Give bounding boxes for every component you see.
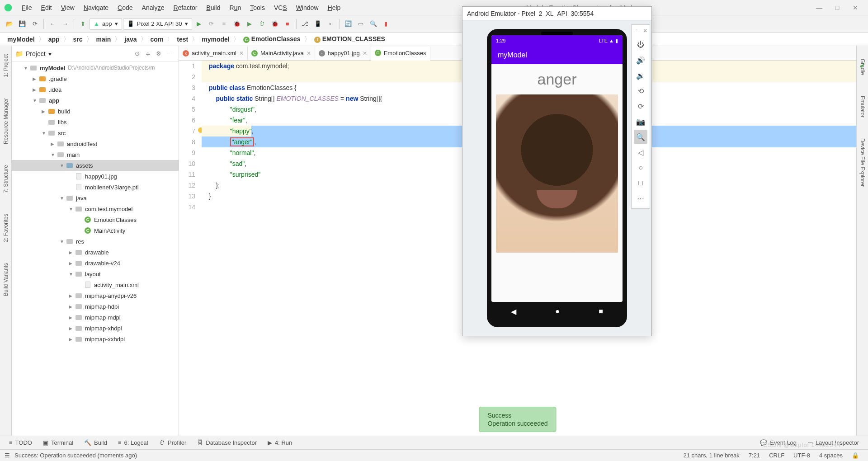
- tree-row[interactable]: ▼main: [12, 149, 179, 160]
- tree-row[interactable]: ▶androidTest: [12, 138, 179, 149]
- menu-edit[interactable]: Edit: [37, 2, 57, 13]
- status-indent[interactable]: 4 spaces: [815, 452, 847, 459]
- close-button[interactable]: ✕: [846, 4, 864, 11]
- menu-tools[interactable]: Tools: [245, 2, 269, 13]
- status-pos[interactable]: 7:21: [744, 452, 764, 459]
- tree-row[interactable]: ▶mipmap-anydpi-v26: [12, 290, 179, 301]
- crumb-0[interactable]: myModel: [5, 36, 38, 43]
- build-icon[interactable]: ⬆: [77, 18, 89, 30]
- run-config-selector[interactable]: ▲app▾: [90, 18, 122, 30]
- back-icon[interactable]: ←: [47, 18, 58, 30]
- crumb-6[interactable]: test: [174, 36, 191, 43]
- open-icon[interactable]: 📂: [4, 18, 15, 30]
- crumb-8[interactable]: CEmotionClasses: [241, 35, 303, 43]
- maximize-button[interactable]: □: [828, 4, 846, 11]
- tree-row[interactable]: ▶mipmap-mdpi: [12, 312, 179, 323]
- nav-back-icon[interactable]: ◀: [511, 307, 516, 316]
- stripe-favorites[interactable]: 2: Favorites: [2, 210, 10, 246]
- expand-icon[interactable]: ≑: [142, 50, 153, 57]
- bottom-todo[interactable]: ≡ TODO: [4, 439, 38, 446]
- emu-more-icon[interactable]: ⋯: [634, 191, 647, 206]
- emu-overview-icon[interactable]: □: [634, 176, 647, 190]
- emu-vol-down-icon[interactable]: 🔉: [634, 68, 647, 83]
- menu-refactor[interactable]: Refactor: [169, 2, 202, 13]
- phone-screen[interactable]: 1:29 LTE ▲ ▮ myModel anger: [491, 35, 623, 302]
- tree-row[interactable]: ▶drawable: [12, 247, 179, 258]
- apply-code-icon[interactable]: ≡: [218, 18, 230, 30]
- git-icon[interactable]: ⎇: [299, 18, 311, 30]
- emu-back-icon[interactable]: ◁: [634, 145, 647, 160]
- tree-row[interactable]: ▶mipmap-hdpi: [12, 301, 179, 312]
- tree-row[interactable]: ▶mipmap-xxhdpi: [12, 334, 179, 344]
- crumb-9[interactable]: fEMOTION_CLASSES: [311, 35, 388, 43]
- emu-rotate-left-icon[interactable]: ⟲: [634, 84, 647, 98]
- tree-row[interactable]: ▼java: [12, 193, 179, 203]
- menu-vcs[interactable]: VCS: [269, 2, 292, 13]
- nav-home-icon[interactable]: ●: [555, 307, 560, 315]
- menu-analyze[interactable]: Analyze: [137, 2, 169, 13]
- tree-row[interactable]: happy01.jpg: [12, 171, 179, 182]
- debug-icon[interactable]: 🐞: [231, 18, 243, 30]
- project-tree[interactable]: ▼myModelD:\Android\AndroidStudioProjects…: [12, 61, 179, 436]
- status-lock-icon[interactable]: 🔒: [847, 452, 863, 459]
- editor-tab[interactable]: CMainActivity.java✕: [248, 46, 315, 60]
- stripe-resource-manager[interactable]: Resource Manager: [2, 94, 10, 148]
- stripe-structure[interactable]: 7: Structure: [2, 161, 10, 197]
- forward-icon[interactable]: →: [59, 18, 71, 30]
- tree-row[interactable]: ▶build: [12, 106, 179, 117]
- battery-icon[interactable]: ▮: [380, 18, 392, 30]
- editor-tab[interactable]: ▫happy01.jpg✕: [315, 46, 371, 60]
- close-tab-icon[interactable]: ✕: [363, 50, 367, 56]
- tree-row[interactable]: ▼assets: [12, 160, 179, 171]
- status-line-sep[interactable]: CRLF: [764, 452, 789, 459]
- tree-row[interactable]: ▶.idea: [12, 84, 179, 95]
- tree-row[interactable]: CMainActivity: [12, 225, 179, 236]
- menu-build[interactable]: Build: [202, 2, 225, 13]
- bottom-terminal[interactable]: ▣ Terminal: [38, 439, 79, 446]
- menu-window[interactable]: Window: [292, 2, 323, 13]
- tree-row[interactable]: ▼app: [12, 95, 179, 106]
- editor-tab[interactable]: CEmotionClasses: [371, 47, 430, 61]
- apply-changes-icon[interactable]: ⟳: [206, 18, 217, 30]
- crumb-3[interactable]: main: [94, 36, 114, 43]
- bottom-run[interactable]: ▶ 4: Run: [262, 439, 297, 446]
- tree-row[interactable]: ▼myModelD:\Android\AndroidStudioProjects…: [12, 62, 179, 73]
- gear-icon[interactable]: ⚙: [153, 50, 164, 57]
- emu-home-icon[interactable]: ○: [634, 160, 647, 175]
- tree-row[interactable]: activity_main.xml: [12, 279, 179, 290]
- menu-view[interactable]: View: [57, 2, 79, 13]
- coverage-icon[interactable]: ▶: [244, 18, 255, 30]
- locate-icon[interactable]: ⊙: [132, 50, 142, 57]
- tree-row[interactable]: ▼src: [12, 127, 179, 138]
- crumb-7[interactable]: mymodel: [199, 36, 232, 43]
- emu-power-icon[interactable]: ⏻: [634, 38, 647, 52]
- bottom-profiler[interactable]: ⏱ Profiler: [154, 439, 192, 446]
- emu-icon[interactable]: ▭: [355, 18, 367, 30]
- stripe-emulator[interactable]: Emulator: [859, 92, 867, 121]
- search-icon[interactable]: 🔍: [368, 18, 379, 30]
- menu-code[interactable]: Code: [113, 2, 137, 13]
- stripe-project[interactable]: 1: Project: [2, 51, 10, 81]
- crumb-5[interactable]: com: [148, 36, 166, 43]
- emu-vol-up-icon[interactable]: 🔊: [634, 53, 647, 67]
- crumb-4[interactable]: java: [122, 36, 139, 43]
- bottom-logcat[interactable]: ≡ 6: Logcat: [113, 439, 154, 446]
- run-icon[interactable]: ▶: [193, 18, 205, 30]
- device-selector[interactable]: 📱 Pixel 2 XL API 30 ▾: [123, 18, 192, 30]
- bottom-db-inspector[interactable]: 🗄 Database Inspector: [192, 439, 262, 446]
- avd-icon[interactable]: 📱: [312, 18, 324, 30]
- editor-tab[interactable]: xactivity_main.xml✕: [179, 46, 248, 60]
- tree-row[interactable]: ▼layout: [12, 268, 179, 279]
- emu-min-icon[interactable]: —: [634, 28, 639, 34]
- crumb-1[interactable]: app: [46, 36, 62, 43]
- sync-icon[interactable]: ⟳: [29, 18, 41, 30]
- emu-camera-icon[interactable]: 📷: [634, 114, 647, 129]
- bottom-build[interactable]: 🔨 Build: [79, 439, 113, 446]
- close-tab-icon[interactable]: ✕: [307, 50, 311, 56]
- tree-row[interactable]: mobilenetV3large.ptl: [12, 182, 179, 193]
- status-encoding[interactable]: UTF-8: [789, 452, 815, 459]
- menu-navigate[interactable]: Navigate: [79, 2, 113, 13]
- tree-row[interactable]: ▶mipmap-xhdpi: [12, 323, 179, 334]
- menu-run[interactable]: Run: [225, 2, 246, 13]
- tree-row[interactable]: ▼com.test.mymodel: [12, 203, 179, 214]
